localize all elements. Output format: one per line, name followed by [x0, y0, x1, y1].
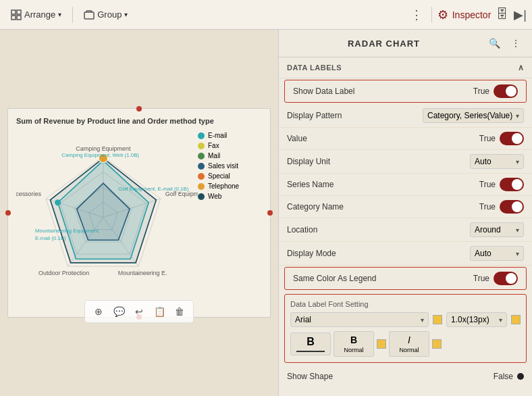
svg-text:Golf Equipment, E-mail (0.1B): Golf Equipment, E-mail (0.1B) — [118, 186, 188, 192]
legend-dot-web — [198, 193, 205, 200]
legend-dot-mail — [198, 153, 205, 159]
legend-dot-telephone — [198, 183, 205, 190]
dropdown-arrow-icon: ▾ — [516, 112, 519, 120]
svg-text:Mountaineering Equipment,: Mountaineering Equipment, — [35, 228, 100, 234]
font-color-swatch[interactable] — [433, 315, 442, 324]
database-icon[interactable]: 🗄 — [496, 7, 508, 22]
same-color-toggle[interactable] — [494, 272, 518, 285]
category-name-value: True — [479, 202, 496, 212]
same-color-box: Same Color As Legend True — [284, 267, 527, 290]
location-label: Location — [287, 225, 317, 234]
inspector-tab-label: Inspector — [452, 9, 491, 20]
same-color-row: Same Color As Legend True — [285, 268, 526, 289]
show-shape-row: Show Shape False — [279, 366, 532, 387]
toggle-knob — [506, 86, 516, 97]
handle-right[interactable] — [267, 210, 273, 216]
display-mode-label: Display Mode — [287, 249, 336, 258]
expand-tool-button[interactable]: ⊕ — [90, 303, 107, 320]
same-color-value: True — [473, 274, 489, 283]
value-right: True — [479, 132, 524, 145]
font-size-arrow-icon: ▾ — [499, 316, 502, 324]
location-row: Location Around ▾ — [279, 218, 532, 242]
series-name-label: Series Name — [287, 180, 334, 189]
italic-style-button[interactable]: I Normal — [389, 331, 429, 357]
display-unit-dropdown[interactable]: Auto ▾ — [470, 154, 524, 169]
display-mode-row: Display Mode Auto ▾ — [279, 242, 532, 266]
svg-text:Camping Equipment, Web (1.0B): Camping Equipment, Web (1.0B) — [61, 152, 139, 158]
show-data-label-box: Show Data Label True — [284, 80, 527, 103]
category-name-toggle-knob — [512, 201, 523, 212]
main-layout: Sum of Revenue by Product line and Order… — [0, 30, 532, 396]
chart-toolbar: ⊕ 💬 ↩ 📋 🗑 — [84, 300, 194, 323]
group-icon — [84, 9, 95, 20]
value-toggle[interactable] — [500, 132, 524, 145]
group-label: Group — [97, 9, 122, 20]
font-size-color-swatch[interactable] — [511, 315, 521, 324]
italic-display-label: Normal — [399, 347, 419, 353]
bold-label: B — [307, 336, 315, 348]
legend-dot-special — [198, 173, 205, 180]
show-shape-value: False — [494, 372, 513, 381]
handle-left[interactable] — [5, 210, 11, 216]
font-size-dropdown[interactable]: 1.0x(13px) ▾ — [446, 312, 507, 327]
show-data-label-right: True — [473, 84, 518, 98]
delete-tool-button[interactable]: 🗑 — [171, 303, 188, 320]
category-name-toggle[interactable] — [500, 200, 524, 214]
radar-chart-svg: Camping Equipment Golf Equipment Mountai… — [16, 129, 198, 298]
chart-legend: E-mail Fax Mail Sales visit — [198, 129, 262, 298]
font-name-arrow-icon: ▾ — [421, 316, 424, 324]
display-unit-row: Display Unit Auto ▾ — [279, 150, 532, 174]
value-toggle-knob — [512, 133, 523, 144]
font-name-dropdown[interactable]: Arial ▾ — [290, 312, 429, 327]
svg-rect-4 — [84, 12, 94, 19]
inspector-tab[interactable]: ⚙ Inspector — [437, 7, 491, 22]
inspector-chart-type: RADAR CHART — [287, 39, 481, 49]
show-data-label-row: Show Data Label True — [285, 80, 526, 102]
svg-rect-1 — [17, 10, 21, 14]
show-data-label-toggle[interactable] — [494, 84, 518, 98]
legend-item-telephone: Telephone — [198, 182, 262, 190]
bold-underline — [296, 351, 325, 352]
chart-area: Camping Equipment Golf Equipment Mountai… — [16, 129, 262, 298]
bold-style-button[interactable]: B — [290, 332, 331, 355]
italic-color-swatch[interactable] — [432, 339, 442, 349]
copy-tool-button[interactable]: 📋 — [151, 303, 167, 320]
arrange-label: Arrange — [24, 9, 55, 20]
series-name-row: Series Name True — [279, 174, 532, 196]
location-dropdown[interactable]: Around ▾ — [470, 222, 524, 237]
inspector-more-button[interactable]: ⋮ — [508, 35, 524, 51]
legend-item-web: Web — [198, 193, 262, 200]
chart-container[interactable]: Sum of Revenue by Product line and Order… — [7, 108, 271, 318]
bold-color-swatch[interactable] — [377, 339, 386, 349]
top-bar-left: Arrange ▾ Group ▾ — [5, 7, 407, 23]
inspector-header: RADAR CHART 🔍 ⋮ — [279, 30, 532, 57]
comment-tool-button[interactable]: 💬 — [111, 303, 127, 320]
svg-rect-2 — [11, 16, 16, 20]
data-labels-section-title: DATA LABELS — [287, 64, 342, 72]
data-labels-section-header[interactable]: DATA LABELS ∧ — [279, 57, 532, 78]
display-mode-arrow-icon: ▾ — [516, 250, 519, 257]
show-data-label-label: Show Data Label — [293, 86, 354, 96]
svg-text:Accessories: Accessories — [16, 191, 42, 197]
display-pattern-dropdown[interactable]: Category, Series(Value) ▾ — [423, 108, 524, 123]
font-settings-box: Data Label Font Setting Arial ▾ 1.0x(13p… — [284, 294, 527, 363]
panel-icon[interactable]: ▶| — [514, 7, 527, 22]
undo-tool-button[interactable]: ↩ — [131, 303, 147, 320]
left-more-button[interactable]: ⋮ — [407, 5, 426, 24]
series-name-toggle[interactable] — [500, 178, 524, 191]
normal-style-button[interactable]: B Normal — [334, 331, 374, 357]
legend-dot-email — [198, 132, 205, 139]
left-panel: Sum of Revenue by Product line and Order… — [0, 30, 278, 396]
legend-label-telephone: Telephone — [208, 182, 239, 190]
show-shape-label: Show Shape — [287, 372, 333, 381]
handle-top[interactable] — [136, 106, 142, 112]
right-panel: RADAR CHART 🔍 ⋮ DATA LABELS ∧ Show Data … — [278, 30, 532, 396]
value-row: Value True — [279, 128, 532, 150]
show-shape-dot — [517, 373, 524, 380]
group-button[interactable]: Group ▾ — [78, 7, 133, 23]
display-mode-dropdown[interactable]: Auto ▾ — [470, 246, 524, 261]
inspector-search-button[interactable]: 🔍 — [486, 35, 502, 51]
display-unit-label: Display Unit — [287, 157, 330, 166]
arrange-button[interactable]: Arrange ▾ — [5, 7, 67, 23]
divider-1 — [72, 7, 73, 23]
